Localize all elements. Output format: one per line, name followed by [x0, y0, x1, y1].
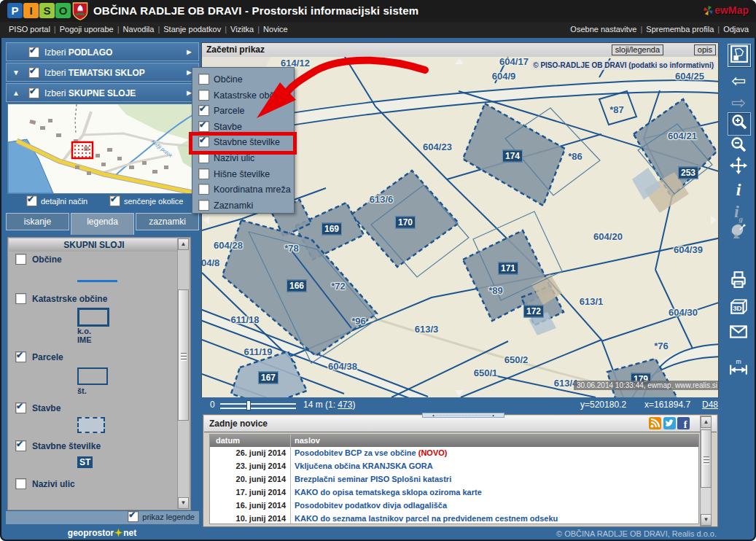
- layer-checkbox[interactable]: ✔: [198, 136, 209, 147]
- column-datum: datum: [216, 436, 240, 445]
- legend-checkbox[interactable]: ✔: [15, 351, 26, 362]
- zoom-out-icon[interactable]: [728, 136, 749, 157]
- option-senčenje-okolice[interactable]: ✔senčenje okolice: [109, 195, 183, 206]
- user-menu-item-sprememba-profila[interactable]: Sprememba profila: [646, 25, 714, 34]
- print-icon[interactable]: [728, 270, 749, 292]
- parcel-number-label: *76: [654, 340, 669, 351]
- layer-checkbox[interactable]: [198, 184, 209, 195]
- overview-map[interactable]: Kožji potok: [7, 104, 198, 194]
- pan-up-icon[interactable]: [455, 58, 464, 64]
- scale-slider[interactable]: [220, 403, 296, 409]
- selector-skupne-sloje[interactable]: ▲✔Izberi SKUPNE SLOJE►: [6, 83, 199, 102]
- layer-checkbox[interactable]: ✔: [198, 121, 209, 132]
- three-d-icon[interactable]: 3D: [728, 297, 749, 319]
- user-menu-item-osebne-nastavitve[interactable]: Osebne nastavitve: [570, 25, 636, 34]
- scroll-up-icon[interactable]: ▲: [178, 238, 189, 250]
- menu-item-piso-portal[interactable]: PISO portal: [9, 25, 50, 34]
- collapse-down-icon[interactable]: ▼: [12, 69, 20, 77]
- layer-option-katastrske-ob-ine[interactable]: Katastrske občine: [198, 90, 286, 101]
- menu-item-novice[interactable]: Novice: [263, 25, 288, 34]
- legend-checkbox[interactable]: ✔: [15, 440, 26, 451]
- scroll-thumb[interactable]: [701, 429, 712, 488]
- info-icon[interactable]: i: [728, 179, 749, 201]
- tab-legenda[interactable]: legenda: [71, 213, 134, 235]
- show-legend-checkbox[interactable]: ✔: [128, 511, 139, 522]
- layer-option-nazivi-ulic[interactable]: Nazivi ulic: [198, 152, 254, 163]
- tab-iskanje[interactable]: iskanje: [6, 213, 69, 230]
- option-checkbox[interactable]: ✔: [109, 195, 120, 206]
- twitter-icon[interactable]: [663, 417, 676, 429]
- back-arrow-icon[interactable]: ⇦: [728, 70, 749, 92]
- layer-option-ob-ine[interactable]: Občine: [198, 74, 243, 85]
- layer-checkbox[interactable]: [198, 90, 209, 101]
- tab-zaznamki[interactable]: zaznamki: [136, 213, 199, 230]
- news-link[interactable]: Vključena občina KRANJSKA GORA: [295, 462, 433, 470]
- full-extent-icon[interactable]: [728, 44, 751, 67]
- pan-down-icon[interactable]: [455, 390, 464, 396]
- news-link[interactable]: KAKO do opisa tematskega sklopa oziroma …: [295, 488, 482, 497]
- menu-item-pogoji-uporabe[interactable]: Pogoji uporabe: [60, 25, 114, 34]
- news-link[interactable]: Posodobitev podatkov divja odlagališča: [295, 501, 447, 510]
- scroll-up-icon[interactable]: ▲: [701, 416, 712, 428]
- forward-arrow-icon[interactable]: ⇨: [728, 92, 749, 114]
- selector-tematski-sklop[interactable]: ▼✔Izberi TEMATSKI SKLOP►: [6, 63, 199, 82]
- legend-item-nazivi-ulic: Nazivi ulic: [15, 478, 75, 489]
- info-g-icon[interactable]: ig: [728, 201, 749, 222]
- layer-option-stavbne-tevilke[interactable]: ✔Stavbne številke: [198, 136, 280, 147]
- zoom-in-icon[interactable]: [728, 112, 751, 136]
- news-scrollbar[interactable]: ▲ ▼: [700, 416, 712, 526]
- selector-checkbox[interactable]: ✔: [28, 67, 39, 78]
- layer-checkbox[interactable]: [198, 168, 209, 179]
- layer-checkbox[interactable]: [198, 200, 209, 211]
- facebook-icon[interactable]: f: [677, 417, 690, 429]
- scroll-down-icon[interactable]: ▼: [701, 514, 712, 526]
- layer-checkbox[interactable]: [198, 152, 209, 163]
- logo-letter-p: P: [7, 3, 23, 18]
- pan-right-icon[interactable]: [711, 216, 717, 225]
- layer-checkbox[interactable]: [198, 74, 209, 85]
- measure-icon[interactable]: m: [728, 359, 749, 381]
- option-checkbox[interactable]: ✔: [26, 195, 37, 206]
- legend-checkbox[interactable]: [15, 293, 26, 304]
- expand-right-icon[interactable]: ►: [185, 47, 193, 56]
- layers-legend-button[interactable]: sloji/legenda: [612, 44, 663, 55]
- menu-item-vizitka[interactable]: Vizitka: [230, 25, 254, 34]
- mail-icon[interactable]: [728, 322, 749, 344]
- legend-checkbox[interactable]: [15, 254, 26, 265]
- news-link[interactable]: Posodobitev BCP za vse občine (NOVO): [295, 448, 447, 457]
- scroll-thumb[interactable]: [178, 289, 189, 421]
- layer-option-koordinatna-mre-a[interactable]: Koordinatna mreža: [198, 184, 291, 195]
- legend-scrollbar[interactable]: ▲ ▼: [177, 238, 189, 509]
- collapse-up-icon[interactable]: ▲: [12, 89, 20, 97]
- selector-checkbox[interactable]: ✔: [28, 87, 39, 98]
- user-menu-item-odjava[interactable]: Odjava: [723, 25, 749, 34]
- legend-checkbox[interactable]: ✔: [15, 402, 26, 413]
- layer-option-parcele[interactable]: ✔Parcele: [198, 105, 244, 116]
- legend-checkbox[interactable]: [15, 478, 26, 489]
- building-number-badge: 169: [322, 223, 342, 236]
- menu-item-stanje-podatkov[interactable]: Stanje podatkov: [163, 25, 221, 34]
- gps-icon[interactable]: [728, 222, 749, 244]
- layer-option-zaznamki[interactable]: Zaznamki: [198, 200, 253, 211]
- map-titlebar: Začetni prikaz sloji/legenda opis: [202, 43, 718, 58]
- scale-value-link[interactable]: 473: [338, 400, 352, 410]
- description-button[interactable]: opis: [694, 44, 716, 55]
- pan-left-icon[interactable]: [203, 216, 209, 225]
- scroll-down-icon[interactable]: ▼: [178, 497, 189, 509]
- news-date: 26. junij 2014: [210, 448, 286, 457]
- selector-podlago[interactable]: ✔Izberi PODLAGO►: [6, 42, 199, 61]
- layer-option-stavbe[interactable]: ✔Stavbe: [198, 121, 242, 132]
- news-link[interactable]: Brezplačni seminar PISO Splošni katastri: [295, 475, 451, 483]
- rss-icon[interactable]: [649, 417, 661, 429]
- pan-icon[interactable]: [728, 157, 749, 179]
- scale-slider-handle[interactable]: [246, 400, 251, 410]
- selector-checkbox[interactable]: ✔: [28, 47, 39, 58]
- menu-item-navodila[interactable]: Navodila: [123, 25, 155, 34]
- datum-link[interactable]: D48: [702, 400, 718, 410]
- geoprostor-logo[interactable]: geoprostornet: [44, 528, 160, 538]
- layer-checkbox[interactable]: ✔: [198, 105, 209, 116]
- news-link[interactable]: KAKO do seznama lastnikov parcel na pred…: [295, 514, 558, 523]
- option-detajlni-način[interactable]: ✔detajlni način: [26, 195, 87, 206]
- layer-option-hi-ne-tevilke[interactable]: Hišne številke: [198, 168, 270, 179]
- panel-splitter-handle[interactable]: ▴ ······································…: [422, 413, 504, 418]
